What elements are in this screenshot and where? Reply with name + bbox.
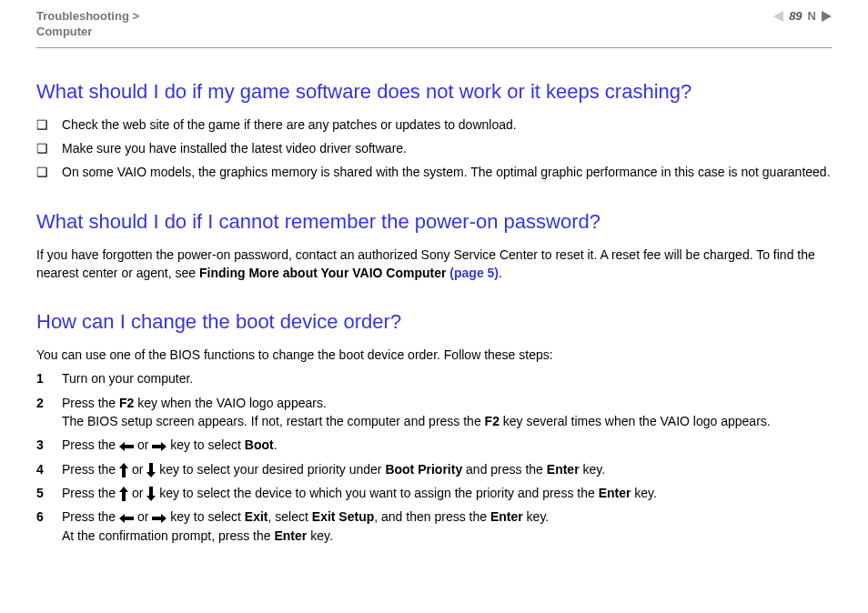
step-number: 3 — [36, 436, 62, 454]
t: At the confirmation prompt, press the — [62, 528, 274, 543]
step-item: 2 Press the F2 key when the VAIO logo ap… — [36, 394, 832, 431]
t: key. — [631, 486, 657, 500]
t: and press the — [462, 462, 547, 477]
svg-marker-3 — [146, 463, 156, 477]
body-post: . — [499, 266, 502, 280]
key-name: Enter — [490, 509, 523, 524]
t: Press the — [62, 462, 119, 477]
step-text: Press the or key to select your desired … — [62, 460, 832, 478]
key-name: Enter — [599, 486, 631, 500]
key-name: F2 — [485, 414, 500, 428]
bullet-icon: ❑ — [36, 139, 62, 157]
page-header: Troubleshooting > Computer 89 N — [36, 9, 832, 40]
t: Press the — [62, 486, 119, 500]
list-text: Check the web site of the game if there … — [62, 116, 832, 134]
question-1-title: What should I do if my game software doe… — [36, 77, 832, 106]
next-page-icon[interactable] — [822, 11, 832, 22]
t: , select — [268, 509, 312, 524]
svg-marker-4 — [119, 487, 128, 501]
t: The BIOS setup screen appears. If not, r… — [62, 414, 485, 428]
svg-marker-2 — [119, 463, 128, 477]
t: Press the — [62, 509, 119, 524]
t: or — [134, 437, 152, 452]
arrow-left-icon — [119, 442, 134, 451]
arrow-down-icon — [146, 463, 156, 477]
step-number: 4 — [36, 460, 62, 478]
list-text: Make sure you have installed the latest … — [62, 139, 832, 157]
pager: 89 N — [773, 9, 832, 23]
steps-list: 1 Turn on your computer. 2 Press the F2 … — [36, 369, 832, 544]
t: or — [128, 486, 146, 500]
svg-marker-6 — [119, 514, 134, 523]
step-item: 5 Press the or key to select the device … — [36, 484, 832, 502]
t: Press the — [62, 437, 119, 452]
step-number: 5 — [36, 484, 62, 502]
step-text: Press the or key to select Boot. — [62, 436, 832, 454]
step-number: 6 — [36, 507, 62, 526]
arrow-right-icon — [152, 514, 167, 523]
n-letter: N — [808, 9, 816, 23]
arrow-right-icon — [152, 442, 167, 451]
step-number: 1 — [36, 369, 62, 387]
arrow-left-icon — [119, 514, 134, 523]
step-item: 3 Press the or key to select Boot. — [36, 436, 832, 454]
body-bold: Finding More about Your VAIO Computer — [199, 266, 449, 280]
step-item: 6 Press the or key to select Exit, selec… — [36, 507, 832, 545]
question-3-intro: You can use one of the BIOS functions to… — [36, 346, 832, 364]
key-name: Exit — [245, 509, 268, 524]
breadcrumb-line1: Troubleshooting > — [36, 9, 139, 23]
list-item: ❑ On some VAIO models, the graphics memo… — [36, 163, 832, 181]
step-text: Turn on your computer. — [62, 369, 832, 387]
svg-marker-1 — [152, 442, 167, 451]
arrow-up-icon — [119, 487, 128, 501]
page-link[interactable]: (page 5) — [449, 266, 499, 280]
key-name: Boot Priority — [385, 462, 462, 477]
bullet-icon: ❑ — [36, 116, 62, 134]
list-item: ❑ Check the web site of the game if ther… — [36, 116, 832, 134]
question-2-body: If you have forgotten the power-on passw… — [36, 246, 832, 283]
prev-page-icon[interactable] — [773, 11, 783, 22]
page: Troubleshooting > Computer 89 N What sho… — [0, 0, 868, 613]
svg-marker-5 — [146, 487, 156, 501]
t: key. — [580, 462, 606, 477]
step-text: Press the F2 key when the VAIO logo appe… — [62, 394, 832, 431]
breadcrumb: Troubleshooting > Computer — [36, 9, 139, 40]
step-item: 4 Press the or key to select your desire… — [36, 460, 832, 478]
t: key to select your desired priority unde… — [156, 462, 385, 477]
bullet-icon: ❑ — [36, 163, 62, 181]
t: , and then press the — [374, 509, 490, 524]
t: key to select — [167, 437, 245, 452]
step-number: 2 — [36, 394, 62, 412]
step-item: 1 Turn on your computer. — [36, 369, 832, 387]
t: or — [128, 462, 146, 477]
key-name: F2 — [119, 396, 134, 410]
question-2-title: What should I do if I cannot remember th… — [36, 207, 832, 236]
t: Press the — [62, 396, 119, 410]
t: or — [134, 509, 152, 524]
svg-marker-0 — [119, 442, 134, 451]
arrow-down-icon — [146, 487, 156, 501]
key-name: Exit Setup — [312, 509, 374, 524]
t: key to select — [167, 509, 245, 524]
header-divider — [36, 47, 832, 48]
step-text: Press the or key to select Exit, select … — [62, 507, 832, 545]
t: key to select the device to which you wa… — [156, 486, 598, 500]
page-number: 89 — [789, 9, 802, 23]
list-text: On some VAIO models, the graphics memory… — [62, 163, 832, 181]
step-text: Press the or key to select the device to… — [62, 484, 832, 502]
key-name: Enter — [274, 528, 307, 543]
svg-marker-7 — [152, 514, 167, 523]
question-3-title: How can I change the boot device order? — [36, 307, 832, 337]
arrow-up-icon — [119, 463, 128, 477]
breadcrumb-line2: Computer — [36, 25, 92, 38]
t: key. — [307, 528, 333, 543]
t: . — [274, 437, 278, 452]
content: What should I do if my game software doe… — [36, 77, 832, 550]
key-name: Boot — [245, 437, 274, 452]
t: key. — [523, 509, 550, 524]
t: key when the VAIO logo appears. — [134, 396, 326, 410]
list-item: ❑ Make sure you have installed the lates… — [36, 139, 832, 157]
t: key several times when the VAIO logo app… — [500, 414, 771, 428]
question-1-list: ❑ Check the web site of the game if ther… — [36, 116, 832, 182]
key-name: Enter — [547, 462, 580, 477]
